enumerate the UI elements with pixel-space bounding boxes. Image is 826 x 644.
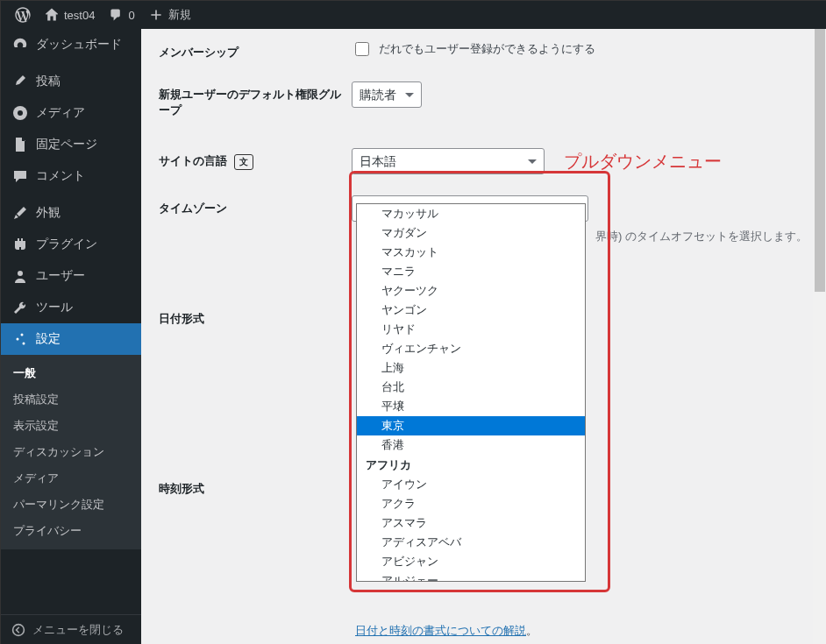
new-label: 新規 (168, 7, 191, 23)
svg-point-1 (18, 110, 23, 116)
timezone-option[interactable]: アビジャン (357, 552, 585, 571)
menu-comments[interactable]: コメント (1, 160, 141, 192)
collapse-menu[interactable]: メニューを閉じる (1, 614, 141, 644)
site-name-label: test04 (64, 9, 95, 22)
menu-pages[interactable]: 固定ページ (1, 129, 141, 160)
timezone-option[interactable]: ヤンゴン (357, 301, 585, 320)
translate-icon: 文 (234, 154, 253, 170)
wrench-icon (11, 299, 29, 316)
timezone-option[interactable]: 香港 (357, 435, 585, 455)
menu-settings[interactable]: 設定 (1, 323, 141, 355)
menu-label: ユーザー (36, 268, 85, 284)
admin-bar: test04 0 新規 (1, 1, 826, 29)
menu-label: 投稿 (36, 74, 61, 89)
submenu-discussion[interactable]: ディスカッション (1, 439, 141, 465)
settings-submenu: 一般 投稿設定 表示設定 ディスカッション メディア パーマリンク設定 プライバ… (1, 355, 141, 549)
timezone-option[interactable]: 東京 (357, 416, 585, 435)
dashboard-icon (11, 36, 29, 53)
brush-icon (11, 204, 29, 222)
timezone-option[interactable]: アディスアベバ (357, 533, 585, 552)
plugin-icon (11, 236, 29, 253)
submenu-general[interactable]: 一般 (1, 360, 141, 386)
menu-posts[interactable]: 投稿 (1, 66, 141, 97)
timezone-listbox[interactable]: マカッサルマガダンマスカットマニラヤクーツクヤンゴンリヤドヴィエンチャン上海台北… (356, 203, 586, 582)
submenu-privacy[interactable]: プライバシー (1, 518, 141, 544)
menu-plugins[interactable]: プラグイン (1, 229, 141, 260)
svg-point-3 (21, 334, 24, 336)
menu-label: メディア (36, 105, 85, 121)
row-default-role: 新規ユーザーのデフォルト権限グループ 購読者 (159, 81, 809, 118)
membership-checkbox-label: だれでもユーザー登録ができるようにする (379, 41, 595, 57)
plus-icon (149, 8, 163, 22)
submenu-media[interactable]: メディア (1, 465, 141, 492)
timezone-option[interactable]: マガダン (357, 223, 585, 243)
timezone-option[interactable]: アスマラ (357, 513, 585, 533)
menu-label: ダッシュボード (36, 37, 122, 53)
media-icon (11, 104, 29, 122)
row-language: サイトの言語 文 日本語 プルダウンメニュー (159, 148, 809, 174)
timezone-option[interactable]: ヤクーツク (357, 281, 585, 301)
membership-checkbox[interactable] (355, 42, 369, 56)
page-scrollbar[interactable] (813, 29, 826, 644)
comments-bubble[interactable]: 0 (102, 8, 141, 22)
page-icon (11, 136, 29, 153)
collapse-icon (11, 623, 25, 637)
submenu-reading[interactable]: 表示設定 (1, 413, 141, 439)
timezone-option[interactable]: リヤド (357, 320, 585, 339)
svg-point-5 (23, 343, 25, 345)
menu-label: プラグイン (36, 237, 97, 252)
home-icon (45, 8, 59, 22)
timezone-option[interactable]: ヴィエンチャン (357, 339, 585, 358)
menu-label: ツール (36, 300, 73, 315)
svg-point-6 (13, 625, 25, 636)
menu-label: 設定 (36, 331, 61, 347)
sliders-icon (11, 330, 29, 348)
comments-count: 0 (128, 9, 134, 22)
timezone-option[interactable]: アクラ (357, 494, 585, 513)
timezone-option[interactable]: アイウン (357, 475, 585, 494)
timezone-option[interactable]: アルジェー (357, 571, 585, 582)
default-role-select[interactable]: 購読者 (352, 81, 422, 108)
row-membership: メンバーシップ だれでもユーザー登録ができるようにする (159, 39, 809, 60)
new-content[interactable]: 新規 (142, 7, 198, 23)
date-format-label: 日付形式 (159, 306, 352, 327)
timezone-label: タイムゾーン (159, 195, 352, 216)
menu-users[interactable]: ユーザー (1, 260, 141, 292)
menu-tools[interactable]: ツール (1, 292, 141, 323)
menu-media[interactable]: メディア (1, 97, 141, 129)
timezone-option[interactable]: マニラ (357, 262, 585, 281)
svg-point-4 (17, 338, 19, 341)
timezone-option[interactable]: 台北 (357, 378, 585, 397)
timezone-option[interactable]: 上海 (357, 358, 585, 378)
comment-icon (109, 8, 123, 22)
wp-logo[interactable] (8, 7, 38, 23)
collapse-label: メニューを閉じる (32, 622, 124, 638)
pin-icon (11, 73, 29, 90)
admin-sidebar: ダッシュボード 投稿 メディア 固定ページ コメント 外観 プラグイン ユーザー… (1, 29, 141, 644)
timezone-desc: 界時) のタイムオフセットを選択します。 (595, 230, 808, 243)
scrollbar-thumb[interactable] (815, 29, 825, 292)
timezone-optgroup: アフリカ (357, 455, 585, 475)
menu-label: コメント (36, 168, 85, 184)
menu-dashboard[interactable]: ダッシュボード (1, 29, 141, 60)
menu-appearance[interactable]: 外観 (1, 197, 141, 229)
membership-label: メンバーシップ (159, 39, 352, 60)
timezone-option[interactable]: マスカット (357, 243, 585, 262)
user-icon (11, 267, 29, 285)
menu-label: 外観 (36, 205, 61, 221)
annotation-text: プルダウンメニュー (564, 150, 722, 173)
comment-icon (11, 167, 29, 185)
default-role-label: 新規ユーザーのデフォルト権限グループ (159, 81, 352, 118)
date-time-doc-link[interactable]: 日付と時刻の書式についての解説 (355, 624, 526, 637)
wordpress-icon (15, 7, 31, 23)
timezone-option[interactable]: マカッサル (357, 204, 585, 223)
site-name[interactable]: test04 (38, 8, 102, 22)
submenu-writing[interactable]: 投稿設定 (1, 386, 141, 413)
language-select[interactable]: 日本語 (352, 148, 545, 174)
doc-link-row: 日付と時刻の書式についての解説。 (355, 623, 538, 639)
time-format-label: 時刻形式 (159, 476, 352, 497)
timezone-option[interactable]: 平壌 (357, 397, 585, 416)
language-label: サイトの言語 文 (159, 148, 352, 170)
svg-point-2 (18, 271, 23, 276)
submenu-permalink[interactable]: パーマリンク設定 (1, 492, 141, 518)
